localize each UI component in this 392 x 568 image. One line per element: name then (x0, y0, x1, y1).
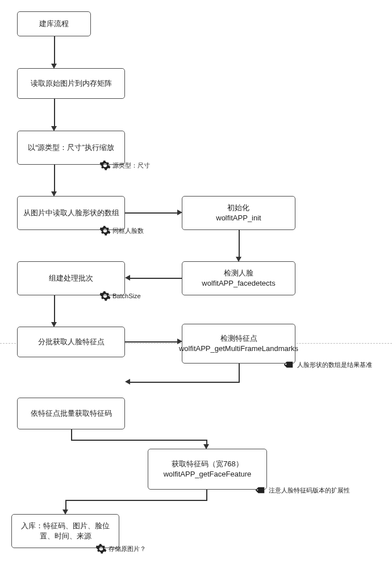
node-face-detect: 检测人脸 wolfitAPP_facedetects (182, 261, 295, 295)
annot-store-original: 存储原图片？ (95, 543, 146, 554)
node-batch-features: 依特征点批量获取特征码 (17, 398, 125, 429)
node-label: 依特征点批量获取特征码 (31, 408, 112, 419)
arrow (54, 165, 55, 191)
arrow (71, 440, 207, 441)
node-label: 建库流程 (39, 19, 69, 29)
tag-icon (284, 359, 295, 370)
arrowhead-icon (236, 257, 241, 262)
arrowhead-icon (62, 509, 68, 515)
node-label: 初始化 wolfitAPP_init (216, 203, 261, 223)
arrowhead-icon (51, 64, 57, 69)
arrowhead-icon (125, 379, 130, 385)
arrow (54, 295, 55, 322)
gear-icon (99, 290, 111, 302)
node-label: 获取特征码（宽768） wolfitAPP_getFaceFeature (164, 459, 252, 479)
arrow (125, 212, 177, 214)
arrow (71, 429, 72, 440)
annot-source-type-size: 源类型：尺寸 (99, 160, 150, 171)
node-label: 检测人脸 wolfitAPP_facedetects (202, 268, 275, 288)
annot-text: 人脸形状的数组是结果基准 (297, 361, 372, 369)
annot-text: BatchSize (112, 293, 141, 299)
node-label: 从图片中读取人脸形状的数组 (23, 208, 119, 218)
annot-batch-size: BatchSize (99, 290, 141, 302)
arrow (239, 364, 240, 382)
node-get-feature: 获取特征码（宽768） wolfitAPP_getFaceFeature (148, 449, 267, 490)
annot-text: 同框人脸数 (112, 227, 144, 235)
annot-text: 注意人脸特征码版本的扩展性 (269, 486, 350, 495)
annot-same-frame-faces: 同框人脸数 (99, 225, 144, 236)
node-get-landmarks: 检测特征点 wolfitAPP_getMultiFrameLandmarks (182, 324, 295, 364)
node-label: 以“源类型：尺寸”执行缩放 (28, 143, 114, 153)
arrow (65, 500, 66, 510)
arrowhead-icon (125, 275, 130, 281)
node-start: 建库流程 (17, 11, 91, 36)
arrowhead-icon (203, 444, 209, 449)
annot-text: 存储原图片？ (109, 545, 146, 553)
node-batch-landmarks: 分批获取人脸特征点 (17, 327, 125, 357)
tag-icon (256, 485, 267, 496)
node-label: 检测特征点 wolfitAPP_getMultiFrameLandmarks (179, 333, 298, 353)
arrow (54, 99, 55, 126)
arrow (206, 490, 207, 500)
arrowhead-icon (51, 322, 57, 327)
node-read-image: 读取原始图片到内存矩阵 (17, 68, 125, 99)
arrow (54, 36, 55, 64)
arrowhead-icon (177, 210, 182, 215)
annot-face-shape-basis: 人脸形状的数组是结果基准 (284, 359, 372, 370)
gear-icon (99, 225, 111, 236)
node-label: 分批获取人脸特征点 (38, 337, 105, 347)
arrow (130, 278, 182, 279)
annot-text: 源类型：尺寸 (112, 161, 150, 170)
gear-icon (95, 543, 107, 554)
node-init: 初始化 wolfitAPP_init (182, 196, 295, 230)
arrowhead-icon (177, 339, 182, 344)
node-label: 读取原始图片到内存矩阵 (31, 78, 112, 89)
arrow (125, 341, 177, 343)
arrow (239, 230, 240, 257)
arrowhead-icon (51, 191, 57, 197)
arrow (65, 500, 207, 501)
arrow (130, 382, 240, 383)
node-label: 组建处理批次 (49, 273, 93, 283)
gear-icon (99, 160, 111, 171)
node-label: 入库：特征码、图片、脸位置、时间、来源 (16, 521, 114, 541)
arrowhead-icon (51, 126, 57, 131)
annot-feature-version: 注意人脸特征码版本的扩展性 (256, 485, 350, 496)
